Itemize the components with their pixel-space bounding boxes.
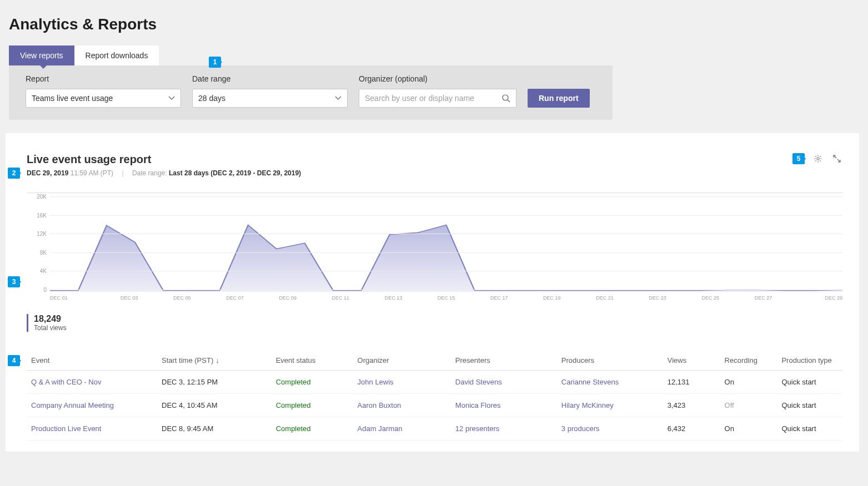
svg-point-2 xyxy=(817,158,819,160)
callout-5: 5 xyxy=(792,153,805,164)
cell-recording: On xyxy=(720,371,777,394)
organizer-search[interactable]: Search by user or display name xyxy=(359,89,516,108)
total-views-value: 18,249 xyxy=(34,314,842,324)
cell-start: DEC 8, 9:45 AM xyxy=(157,417,272,441)
callout-4: 4 xyxy=(8,355,20,366)
cell-organizer[interactable]: Adam Jarman xyxy=(353,417,451,441)
cell-status: Completed xyxy=(272,394,353,417)
x-tick: DEC 13 xyxy=(367,295,420,301)
col-start-time[interactable]: Start time (PST)↓ xyxy=(157,351,272,371)
x-tick: DEC 21 xyxy=(578,295,631,301)
organizer-placeholder: Search by user or display name xyxy=(365,94,474,103)
cell-organizer[interactable]: Aaron Buxton xyxy=(353,394,451,417)
col-producers[interactable]: Producers xyxy=(557,351,663,371)
callout-1: 1 xyxy=(209,57,221,68)
total-views: 18,249 Total views xyxy=(27,314,842,332)
cell-views: 3,423 xyxy=(663,394,720,417)
x-tick: DEC 11 xyxy=(314,295,367,301)
y-tick: 20K xyxy=(37,194,47,200)
cell-organizer[interactable]: John Lewis xyxy=(353,371,451,394)
tab-report-downloads[interactable]: Report downloads xyxy=(74,45,159,65)
cell-presenters[interactable]: 12 presenters xyxy=(451,417,557,441)
col-event-status[interactable]: Event status xyxy=(272,351,353,371)
page-title: Analytics & Reports xyxy=(9,16,868,33)
cell-prod-type: Quick start xyxy=(777,417,842,441)
table-row[interactable]: Q & A with CEO - Nov DEC 3, 12:15 PM Com… xyxy=(27,371,842,394)
x-tick: DEC 09 xyxy=(262,295,314,301)
expand-icon[interactable] xyxy=(831,153,842,164)
chart: 3 20K16K12K8K4K0 DEC 01DEC 03DEC 05DEC 0… xyxy=(27,193,842,301)
y-tick: 4K xyxy=(40,268,47,274)
report-label: Report xyxy=(26,74,181,83)
col-organizer[interactable]: Organizer xyxy=(353,351,451,371)
x-tick: DEC 19 xyxy=(525,295,578,301)
date-range-select[interactable]: 28 days xyxy=(192,89,348,108)
cell-start: DEC 4, 10:45 AM xyxy=(157,394,272,417)
x-tick: DEC 05 xyxy=(155,295,208,301)
cell-producers[interactable]: Hilary McKinney xyxy=(557,394,663,417)
col-presenters[interactable]: Presenters xyxy=(451,351,557,371)
x-tick: DEC 01 xyxy=(50,295,103,301)
cell-views: 6,432 xyxy=(663,417,720,441)
cell-recording: On xyxy=(720,417,777,441)
x-tick: DEC 03 xyxy=(103,295,155,301)
cell-prod-type: Quick start xyxy=(777,371,842,394)
settings-icon[interactable] xyxy=(812,153,824,164)
x-tick: DEC 17 xyxy=(473,295,525,301)
cell-producers[interactable]: Carianne Stevens xyxy=(557,371,663,394)
tab-view-reports[interactable]: View reports xyxy=(9,45,74,65)
svg-line-1 xyxy=(508,100,510,102)
cell-views: 12,131 xyxy=(663,371,720,394)
callout-2: 2 xyxy=(8,168,20,179)
run-report-button[interactable]: Run report xyxy=(528,89,590,108)
cell-recording: Off xyxy=(720,394,777,417)
x-tick: DEC 27 xyxy=(737,295,790,301)
cell-status: Completed xyxy=(272,371,353,394)
filter-bar: Report Teams live event usage 1 Date ran… xyxy=(9,65,613,120)
sort-down-icon: ↓ xyxy=(215,356,219,364)
chevron-down-icon xyxy=(168,95,175,102)
y-tick: 0 xyxy=(43,287,47,293)
report-title: Live event usage report xyxy=(27,153,301,166)
tab-bar: View reports Report downloads xyxy=(9,45,868,65)
date-range-value: 28 days xyxy=(198,94,225,103)
x-tick: DEC 29 xyxy=(790,295,842,301)
x-tick: DEC 25 xyxy=(684,295,737,301)
search-icon xyxy=(501,94,510,103)
x-tick: DEC 15 xyxy=(420,295,473,301)
y-tick: 12K xyxy=(37,231,47,237)
cell-presenters[interactable]: Monica Flores xyxy=(451,394,557,417)
report-panel: 2 Live event usage report DEC 29, 2019 1… xyxy=(6,133,859,452)
cell-producers[interactable]: 3 producers xyxy=(557,417,663,441)
col-event[interactable]: Event xyxy=(27,351,157,371)
cell-event[interactable]: Company Annual Meeting xyxy=(27,394,157,417)
col-production-type[interactable]: Production type xyxy=(777,351,842,371)
table-row[interactable]: Production Live Event DEC 8, 9:45 AM Com… xyxy=(27,417,842,441)
table-row[interactable]: Company Annual Meeting DEC 4, 10:45 AM C… xyxy=(27,394,842,417)
y-tick: 8K xyxy=(40,249,47,255)
x-tick: DEC 07 xyxy=(208,295,261,301)
cell-event[interactable]: Production Live Event xyxy=(27,417,157,441)
cell-event[interactable]: Q & A with CEO - Nov xyxy=(27,371,157,394)
callout-3: 3 xyxy=(8,276,20,287)
y-tick: 16K xyxy=(37,212,47,218)
date-range-label: Date range xyxy=(192,74,348,83)
chevron-down-icon xyxy=(335,95,342,102)
report-select-value: Teams live event usage xyxy=(32,94,113,103)
total-views-label: Total views xyxy=(34,324,842,332)
report-subtitle: DEC 29, 2019 11:59 AM (PT) | Date range:… xyxy=(27,169,301,177)
svg-point-0 xyxy=(503,95,508,100)
cell-status: Completed xyxy=(272,417,353,441)
cell-presenters[interactable]: David Stevens xyxy=(451,371,557,394)
cell-prod-type: Quick start xyxy=(777,394,842,417)
col-views[interactable]: Views xyxy=(663,351,720,371)
cell-start: DEC 3, 12:15 PM xyxy=(157,371,272,394)
report-select[interactable]: Teams live event usage xyxy=(26,89,181,108)
events-table: Event Start time (PST)↓ Event status Org… xyxy=(27,351,842,441)
x-tick: DEC 23 xyxy=(631,295,684,301)
organizer-label: Organizer (optional) xyxy=(359,74,516,83)
col-recording[interactable]: Recording xyxy=(720,351,777,371)
